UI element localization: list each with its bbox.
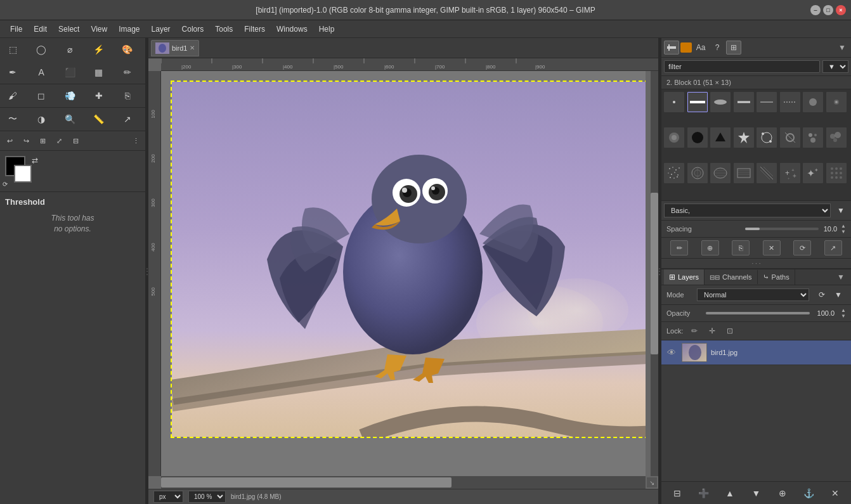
refresh-brushes-btn[interactable]: ⟳ <box>793 240 811 255</box>
brush-cell[interactable] <box>826 92 847 112</box>
brush-cell[interactable] <box>734 163 754 183</box>
brush-cell[interactable] <box>826 127 847 148</box>
eraser-tool[interactable]: ◻ <box>30 86 53 106</box>
font-settings-icon[interactable]: Aa <box>693 41 708 55</box>
menu-windows[interactable]: Windows <box>271 23 313 36</box>
orange-swatch-icon[interactable] <box>680 42 692 53</box>
brush-cell[interactable] <box>826 163 847 183</box>
panel-collapse-btn[interactable]: ▼ <box>836 42 848 53</box>
menu-layer[interactable]: Layer <box>146 23 176 36</box>
brush-cell[interactable] <box>687 163 708 183</box>
lower-layer-btn[interactable]: ▼ <box>747 486 765 501</box>
raise-layer-btn[interactable]: ▲ <box>721 486 739 501</box>
duplicate-brush-btn[interactable]: ⎘ <box>732 240 750 255</box>
anchor-layer-btn[interactable]: ⚓ <box>800 486 818 501</box>
scrollbar-thumb[interactable] <box>651 193 658 355</box>
tool-screen-mode[interactable]: ⊞ <box>36 134 49 148</box>
brush-cell[interactable] <box>710 127 731 148</box>
tool-history-fwd[interactable]: ↪ <box>19 134 33 148</box>
brush-cell[interactable]: + + + + <box>780 163 800 183</box>
canvas-scroll-corner[interactable]: ↘ <box>647 477 657 488</box>
minimize-button[interactable]: – <box>810 5 821 15</box>
menu-edit[interactable]: Edit <box>29 23 52 36</box>
brush-cell-selected[interactable] <box>687 92 708 112</box>
reset-colors-icon[interactable]: ⟳ <box>3 181 8 188</box>
lock-pixels-icon[interactable]: ✏ <box>688 325 701 337</box>
opacity-down[interactable]: ▼ <box>841 313 846 319</box>
brush-preset-select[interactable]: Basic, <box>664 204 831 217</box>
view-toggle-icon[interactable]: ⊞ <box>726 41 741 55</box>
menu-colors[interactable]: Colors <box>177 23 209 36</box>
menu-file[interactable]: File <box>5 23 27 36</box>
menu-select[interactable]: Select <box>53 23 84 36</box>
brush-cell[interactable] <box>803 92 823 112</box>
brush-cell[interactable] <box>757 163 777 183</box>
brush-cell[interactable]: ✦ ✦ <box>803 163 823 183</box>
clone-tool[interactable]: ⎘ <box>116 86 139 106</box>
brush-cell[interactable] <box>710 92 731 112</box>
help-icon[interactable]: ? <box>710 41 725 55</box>
tool-expand[interactable]: ⤢ <box>52 134 66 148</box>
paintbrush-tool[interactable]: 🖌 <box>1 86 24 106</box>
brush-cell[interactable] <box>803 127 823 148</box>
swap-colors-icon[interactable]: ⇄ <box>32 156 38 165</box>
paths-tab[interactable]: ⤷ Paths <box>758 269 795 285</box>
brush-cell[interactable] <box>687 127 708 148</box>
canvas-scrollbar-vertical[interactable] <box>651 71 658 476</box>
brush-settings-icon[interactable] <box>664 41 679 55</box>
opacity-slider[interactable] <box>706 312 810 314</box>
canvas-scrollbar-horizontal[interactable] <box>161 476 646 489</box>
edit-brush-btn[interactable]: ✏ <box>670 240 688 255</box>
brush-cell[interactable] <box>664 92 684 112</box>
ellipse-select-tool[interactable]: ◯ <box>30 39 53 60</box>
duplicate-layer-btn[interactable]: ⊕ <box>774 486 791 501</box>
brush-cell[interactable] <box>664 127 684 148</box>
tool-history-back[interactable]: ↩ <box>3 134 16 148</box>
layers-panel-collapse[interactable]: ▼ <box>833 271 848 283</box>
brush-cell[interactable] <box>734 92 754 112</box>
spacing-slider-track[interactable] <box>745 228 819 230</box>
delete-layer-btn[interactable]: ✕ <box>826 486 844 501</box>
hscrollbar-thumb[interactable] <box>161 477 451 488</box>
lock-alpha-icon[interactable]: ⊡ <box>724 325 736 337</box>
mode-reset-btn[interactable]: ⟳ <box>814 288 829 302</box>
channels-tab[interactable]: ⊟⊟ Channels <box>705 270 757 284</box>
brush-cell[interactable] <box>734 127 754 148</box>
lock-position-icon[interactable]: ✛ <box>706 325 718 337</box>
tool-settings[interactable]: ⊟ <box>68 134 82 148</box>
spacing-up[interactable]: ▲ <box>841 223 846 229</box>
brush-cell[interactable] <box>780 127 800 148</box>
image-tab-close[interactable]: ✕ <box>190 44 195 51</box>
path-tool[interactable]: ✒ <box>1 62 24 82</box>
layer-visibility-eye[interactable]: 👁 <box>665 346 678 359</box>
layer-row[interactable]: 👁 bird1.j <box>661 340 851 365</box>
brush-cell[interactable] <box>757 127 777 148</box>
zoom-select[interactable]: 100 % 50 % 200 % <box>188 491 226 503</box>
new-from-image-btn[interactable]: ⊕ <box>701 240 719 255</box>
unit-select[interactable]: px mm <box>153 491 183 503</box>
measure-tool[interactable]: 📏 <box>88 109 110 129</box>
menu-image[interactable]: Image <box>114 23 145 36</box>
brush-cell[interactable] <box>780 92 800 112</box>
text-tool[interactable]: A <box>30 62 53 82</box>
bucket-fill-tool[interactable]: ⬛ <box>58 62 81 82</box>
rect-select-tool[interactable]: ⬚ <box>1 39 24 60</box>
brush-cell[interactable] <box>757 92 777 112</box>
panel-options[interactable]: ⋮ <box>129 134 143 148</box>
opacity-up[interactable]: ▲ <box>841 307 846 313</box>
gradient-tool[interactable]: ▦ <box>88 62 110 82</box>
delete-brush-btn[interactable]: ✕ <box>763 240 781 255</box>
brush-filter-input[interactable] <box>664 60 820 73</box>
mode-select[interactable]: Normal Multiply Screen <box>697 288 809 301</box>
free-select-tool[interactable]: ⌀ <box>58 39 81 60</box>
canvas-background[interactable] <box>161 71 646 476</box>
dodge-burn-tool[interactable]: ◑ <box>30 109 53 129</box>
close-button[interactable]: × <box>836 5 846 15</box>
brush-filter-dropdown[interactable]: ▼ <box>822 60 848 73</box>
brush-preset-dropdown[interactable]: ▼ <box>833 204 848 217</box>
image-tab-bird1[interactable]: bird1 ✕ <box>151 40 199 56</box>
layers-tab[interactable]: ⊞ Layers <box>664 269 705 285</box>
pencil-tool[interactable]: ✏ <box>116 62 139 82</box>
fuzzy-select-tool[interactable]: ⚡ <box>88 39 110 60</box>
mode-chevron-btn[interactable]: ▼ <box>831 288 846 302</box>
